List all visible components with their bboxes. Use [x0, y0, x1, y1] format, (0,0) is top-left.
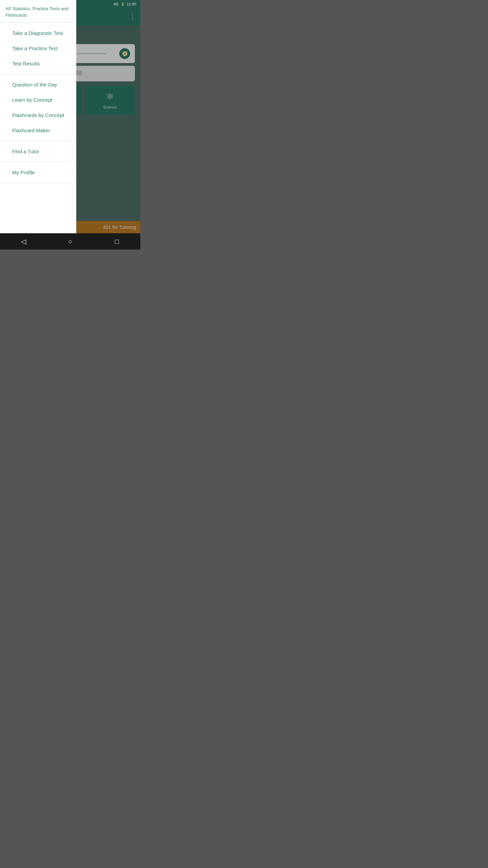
drawer-item-results[interactable]: Test Results [0, 56, 76, 71]
nav-recent-button[interactable]: □ [110, 235, 124, 248]
drawer-item-flashcards-concept[interactable]: Flashcards by Concept [0, 107, 76, 123]
nav-back-button[interactable]: ◁ [17, 235, 30, 248]
drawer-header-text: AP Statistics: Practice Tests and Flashc… [5, 6, 68, 18]
drawer-item-find-tutor[interactable]: Find a Tutor [0, 144, 76, 159]
drawer-section-profile: My Profile [0, 162, 76, 183]
drawer-overlay-dim[interactable] [76, 0, 140, 250]
drawer-header: AP Statistics: Practice Tests and Flashc… [0, 0, 76, 23]
nav-drawer: AP Statistics: Practice Tests and Flashc… [0, 0, 76, 250]
drawer-item-diagnostic[interactable]: Take a Diagnostic Test [0, 25, 76, 41]
drawer-item-learn-concept[interactable]: Learn by Concept [0, 92, 76, 107]
drawer-item-flashcard-maker[interactable]: Flashcard Maker [0, 123, 76, 138]
nav-home-button[interactable]: ○ [63, 235, 77, 248]
drawer-item-practice[interactable]: Take a Practice Test [0, 41, 76, 56]
drawer-item-qod[interactable]: Question of the Day [0, 77, 76, 92]
drawer-section-tutor: Find a Tutor [0, 141, 76, 162]
drawer-section-tests: Take a Diagnostic Test Take a Practice T… [0, 23, 76, 74]
drawer-section-study: Question of the Day Learn by Concept Fla… [0, 74, 76, 141]
nav-bar: ◁ ○ □ [0, 233, 140, 250]
drawer-item-profile[interactable]: My Profile [0, 165, 76, 180]
